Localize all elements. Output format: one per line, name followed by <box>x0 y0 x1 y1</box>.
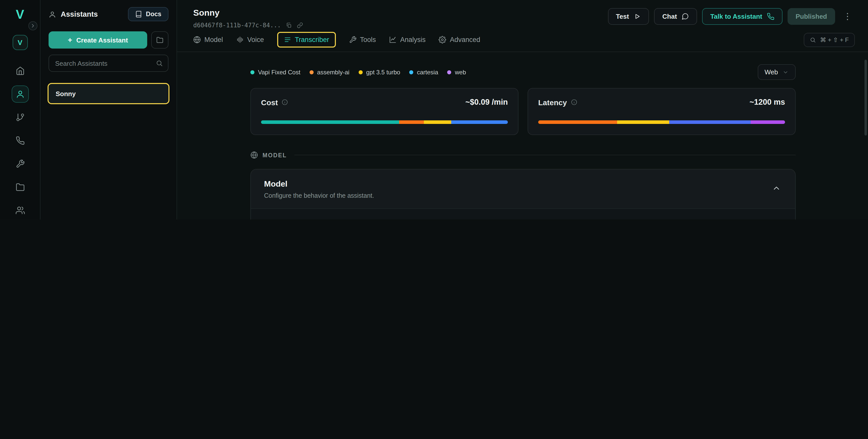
play-icon <box>633 13 641 20</box>
test-button-label: Test <box>616 13 629 20</box>
page-scrollbar-thumb[interactable] <box>864 60 867 135</box>
legend-item: Vapi Fixed Cost <box>250 68 301 75</box>
org-avatar-letter: V <box>18 38 23 46</box>
platform-selector-value: Web <box>765 68 778 76</box>
talk-to-assistant-button[interactable]: Talk to Assistant <box>702 8 782 25</box>
search-icon <box>810 37 816 43</box>
panel-title: Assistants <box>49 10 98 18</box>
tab-content: Vapi Fixed Cost assembly-ai gpt 3.5 turb… <box>177 52 868 220</box>
legend-row: Vapi Fixed Cost assembly-ai gpt 3.5 turb… <box>250 64 796 80</box>
copy-id-button[interactable] <box>286 22 292 28</box>
bar-segment-gpt-3-5-turbo <box>424 120 451 124</box>
platform-selector[interactable]: Web <box>757 64 796 80</box>
search-assistants-input[interactable] <box>49 55 168 72</box>
legend-item: cartesia <box>409 68 438 75</box>
chevron-right-icon <box>30 23 36 29</box>
tab-model[interactable]: Model <box>193 36 223 43</box>
chat-button-label: Chat <box>662 13 677 20</box>
sidebar-expand-button[interactable] <box>28 21 37 30</box>
nav-tools[interactable] <box>11 155 29 173</box>
chevron-up-icon <box>772 184 781 193</box>
divider <box>294 155 796 155</box>
nav-community[interactable] <box>11 202 29 219</box>
nav-rail: V V ⋮ <box>0 0 40 220</box>
info-icon[interactable] <box>282 99 288 105</box>
talk-button-label: Talk to Assistant <box>710 13 762 20</box>
create-folder-button[interactable] <box>151 31 168 49</box>
main-header: Sonny d60467f8-111b-477c-84... Test Chat <box>177 0 868 29</box>
tabs: Model Voice Transcriber Tools Analysis <box>193 35 480 50</box>
model-card-body: Provider OpenAI <box>251 209 795 220</box>
tab-tools[interactable]: Tools <box>349 36 376 43</box>
published-label: Published <box>796 13 827 20</box>
bar-segment-web <box>750 120 785 124</box>
model-card-title: Model <box>264 180 374 189</box>
assistants-panel: Assistants Docs + Create Assistant Sonny <box>40 0 177 220</box>
docs-button-label: Docs <box>146 11 161 18</box>
collapse-section-button[interactable] <box>771 183 782 195</box>
title-block: Sonny d60467f8-111b-477c-84... <box>193 8 303 29</box>
nav-home[interactable] <box>11 62 29 80</box>
create-assistant-label: Create Assistant <box>76 36 128 44</box>
metric-cards: Cost ~$0.09 /min Latency ~1200 ms <box>250 88 796 135</box>
info-icon[interactable] <box>571 99 577 105</box>
more-options-button[interactable]: ⋮ <box>840 11 855 22</box>
nav-files[interactable] <box>11 179 29 196</box>
nav-assistants[interactable] <box>11 86 29 103</box>
globe-icon <box>193 36 201 43</box>
org-avatar[interactable]: V <box>12 35 28 50</box>
create-assistant-button[interactable]: + Create Assistant <box>49 31 147 49</box>
create-row: + Create Assistant <box>49 31 168 49</box>
book-icon <box>135 11 143 18</box>
search-shortcut[interactable]: ⌘ + ⇧ + F <box>804 33 855 47</box>
latency-value: ~1200 ms <box>750 98 785 107</box>
chart-icon <box>389 36 397 43</box>
legend-item: web <box>447 68 466 75</box>
chart-legend: Vapi Fixed Cost assembly-ai gpt 3.5 turb… <box>250 68 466 75</box>
legend-dot <box>359 70 363 74</box>
wrench-icon <box>16 159 25 168</box>
lines-icon <box>284 36 291 43</box>
vapi-logo[interactable]: V <box>16 8 24 21</box>
assistant-list-item-sonny[interactable]: Sonny <box>49 84 168 103</box>
tab-voice[interactable]: Voice <box>236 36 264 43</box>
search-icon <box>156 60 163 67</box>
section-label: MODEL <box>262 152 287 158</box>
rail-nav: ⋮ <box>11 62 29 220</box>
kebab-icon: ⋮ <box>843 12 852 21</box>
waveform-icon <box>236 36 244 43</box>
assistant-name: Sonny <box>56 90 75 97</box>
users-icon <box>16 206 25 215</box>
docs-button[interactable]: Docs <box>128 7 168 21</box>
chat-button[interactable]: Chat <box>654 8 697 25</box>
cost-label: Cost <box>261 98 278 106</box>
nav-workflows[interactable] <box>11 109 29 126</box>
latency-label: Latency <box>538 98 567 106</box>
model-card: Model Configure the behavior of the assi… <box>250 169 796 220</box>
globe-icon <box>250 151 258 159</box>
chevron-down-icon <box>782 69 788 75</box>
page-title: Sonny <box>193 8 303 18</box>
gear-icon <box>439 36 446 43</box>
copy-link-button[interactable] <box>297 22 303 28</box>
tab-transcriber[interactable]: Transcriber <box>277 32 336 47</box>
model-section-header: MODEL <box>250 151 796 159</box>
tab-analysis[interactable]: Analysis <box>389 36 426 43</box>
legend-dot <box>250 70 254 74</box>
legend-item: assembly-ai <box>310 68 349 75</box>
latency-card: Latency ~1200 ms <box>528 88 796 135</box>
bar-segment-cartesia <box>451 120 507 124</box>
published-button[interactable]: Published <box>787 8 835 25</box>
header-actions: Test Chat Talk to Assistant Published ⋮ <box>608 8 855 25</box>
folder-icon <box>16 183 25 192</box>
bar-segment-cartesia <box>669 120 750 124</box>
nav-phone-numbers[interactable] <box>11 132 29 149</box>
tabs-row: Model Voice Transcriber Tools Analysis <box>177 29 868 52</box>
folder-icon <box>156 36 163 43</box>
legend-dot <box>447 70 452 74</box>
model-card-subtitle: Configure the behavior of the assistant. <box>264 192 374 199</box>
tab-advanced[interactable]: Advanced <box>439 36 480 43</box>
cost-card: Cost ~$0.09 /min <box>250 88 519 135</box>
test-button[interactable]: Test <box>608 8 649 25</box>
assistant-list: Sonny <box>49 84 168 103</box>
